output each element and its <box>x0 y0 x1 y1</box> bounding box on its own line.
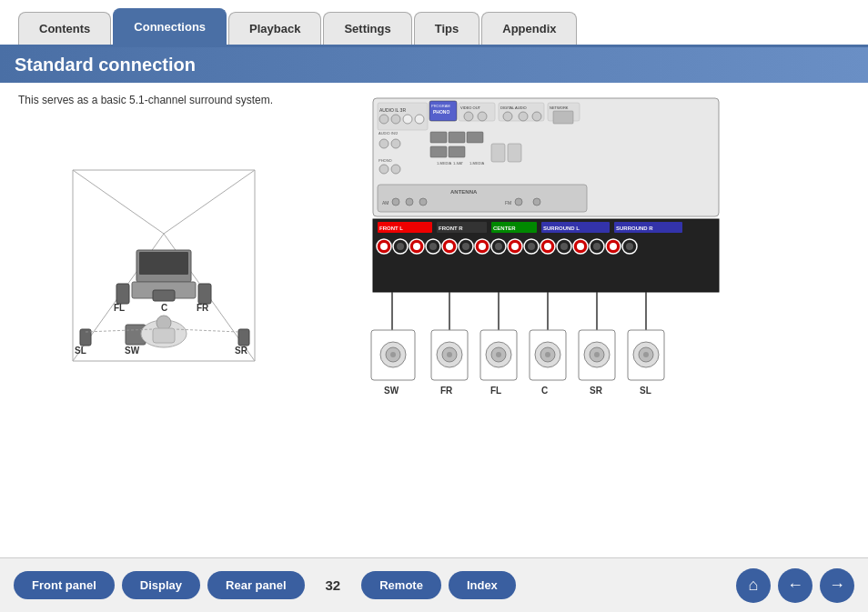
svg-point-138 <box>545 352 550 357</box>
svg-text:SPEAKERS: SPEAKERS <box>514 296 555 305</box>
svg-rect-17 <box>153 290 175 301</box>
svg-line-3 <box>73 170 164 234</box>
svg-point-106 <box>528 243 535 250</box>
display-button[interactable]: Display <box>122 571 200 599</box>
front-panel-button[interactable]: Front panel <box>14 571 115 599</box>
remote-button[interactable]: Remote <box>361 571 441 599</box>
svg-point-133 <box>496 352 501 357</box>
svg-point-88 <box>380 243 388 250</box>
rear-panel-button[interactable]: Rear panel <box>207 571 304 599</box>
svg-text:1-MEDIA: 1-MEDIA <box>469 161 485 166</box>
svg-text:AM: AM <box>382 200 389 206</box>
svg-text:AUDIO IL 3R: AUDIO IL 3R <box>379 107 406 113</box>
svg-text:VIDEO OUT: VIDEO OUT <box>460 105 481 110</box>
tab-settings[interactable]: Settings <box>323 12 411 45</box>
svg-point-110 <box>560 243 568 250</box>
svg-text:FR: FR <box>197 303 209 313</box>
svg-point-69 <box>392 198 399 206</box>
svg-point-45 <box>519 112 528 121</box>
svg-rect-11 <box>116 284 129 304</box>
svg-text:1-MEDIA: 1-MEDIA <box>437 161 452 166</box>
svg-text:SR: SR <box>235 346 248 356</box>
svg-point-54 <box>379 165 389 174</box>
tab-tips[interactable]: Tips <box>414 12 480 45</box>
svg-text:NETWORK: NETWORK <box>550 105 569 110</box>
svg-rect-57 <box>449 132 465 143</box>
svg-line-4 <box>164 170 255 234</box>
tab-contents[interactable]: Contents <box>18 12 111 45</box>
svg-rect-24 <box>238 329 249 346</box>
svg-text:FL: FL <box>114 303 125 313</box>
svg-point-116 <box>610 243 617 250</box>
svg-point-94 <box>429 243 437 250</box>
svg-text:PROGRAM: PROGRAM <box>431 104 450 108</box>
svg-text:ANTENNA: ANTENNA <box>450 189 478 195</box>
svg-text:AUDIO IN/2: AUDIO IN/2 <box>378 131 399 135</box>
bottom-nav-left: Front panel Display Rear panel 32 Remote… <box>14 571 516 599</box>
svg-point-31 <box>379 115 389 124</box>
svg-text:PHONO: PHONO <box>433 109 449 115</box>
svg-point-90 <box>397 243 404 250</box>
svg-point-44 <box>503 112 512 121</box>
svg-point-33 <box>403 115 412 124</box>
svg-point-96 <box>446 243 453 250</box>
bottom-nav: Front panel Display Rear panel 32 Remote… <box>0 557 868 612</box>
svg-text:SW: SW <box>384 386 399 396</box>
svg-text:FRONT L: FRONT L <box>379 226 403 231</box>
forward-button[interactable]: → <box>820 568 854 603</box>
svg-point-51 <box>379 139 389 148</box>
svg-text:SL: SL <box>75 346 86 356</box>
svg-text:FR: FR <box>440 386 453 396</box>
svg-text:FRONT R: FRONT R <box>439 226 463 231</box>
svg-point-148 <box>643 352 649 357</box>
svg-point-114 <box>593 243 601 250</box>
svg-text:CENTER: CENTER <box>493 226 516 231</box>
description-text: This serves as a basic 5.1-channel surro… <box>18 94 328 106</box>
svg-point-40 <box>464 112 473 121</box>
svg-point-52 <box>391 139 400 148</box>
page-number: 32 <box>326 577 341 593</box>
svg-text:DIGITAL AUDIO: DIGITAL AUDIO <box>500 105 527 110</box>
svg-point-74 <box>533 198 540 206</box>
home-button[interactable]: ⌂ <box>736 568 771 603</box>
svg-point-71 <box>419 198 427 206</box>
svg-rect-49 <box>553 111 573 124</box>
room-diagram-svg: FL FR SW C SL SR <box>18 115 309 388</box>
svg-rect-9 <box>139 252 188 275</box>
svg-point-112 <box>577 243 584 250</box>
svg-text:C: C <box>161 303 167 313</box>
svg-text:1-SAT: 1-SAT <box>453 161 464 166</box>
svg-point-98 <box>462 243 469 250</box>
svg-rect-56 <box>430 132 447 143</box>
tab-appendix[interactable]: Appendix <box>481 12 577 45</box>
svg-text:SL: SL <box>640 386 651 396</box>
left-diagram: This serves as a basic 5.1-channel surro… <box>18 94 328 546</box>
svg-rect-13 <box>198 284 211 304</box>
connection-diagram-svg: AUDIO IL 3R PROGRAM PHONO VIDEO OUT DIGI… <box>346 94 728 485</box>
svg-rect-60 <box>449 146 465 157</box>
svg-point-104 <box>511 243 519 250</box>
svg-point-118 <box>626 243 633 250</box>
svg-point-92 <box>413 243 420 250</box>
svg-point-41 <box>478 112 487 121</box>
svg-point-123 <box>390 352 396 357</box>
tab-playback[interactable]: Playback <box>228 12 321 45</box>
svg-point-102 <box>495 243 502 250</box>
svg-point-100 <box>479 243 486 250</box>
svg-text:C: C <box>541 386 548 396</box>
bottom-nav-right: ⌂ ← → <box>736 568 854 603</box>
svg-text:SW: SW <box>125 346 140 356</box>
svg-text:SURROUND R: SURROUND R <box>616 226 653 231</box>
index-button[interactable]: Index <box>449 571 516 599</box>
svg-text:PHONO: PHONO <box>378 158 392 163</box>
back-button[interactable]: ← <box>778 568 812 603</box>
page-title: Standard connection <box>0 47 868 83</box>
svg-point-128 <box>447 352 452 357</box>
main-content: This serves as a basic 5.1-channel surro… <box>0 83 868 557</box>
svg-point-32 <box>391 115 400 124</box>
svg-text:SR: SR <box>590 386 603 396</box>
svg-point-73 <box>515 198 522 206</box>
tab-connections[interactable]: Connections <box>113 8 227 45</box>
svg-rect-64 <box>491 144 505 162</box>
svg-point-34 <box>415 115 424 124</box>
